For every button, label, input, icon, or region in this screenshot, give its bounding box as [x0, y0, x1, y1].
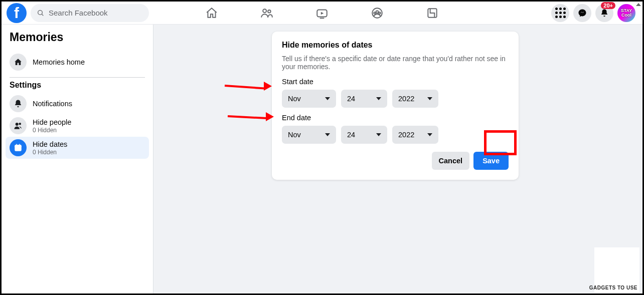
svg-point-11 [16, 123, 19, 126]
sidebar: Memories Memories home Settings Notifica… [2, 25, 153, 293]
nav-friends[interactable] [257, 3, 277, 23]
center-nav [202, 3, 442, 23]
svg-point-8 [374, 12, 376, 14]
sidebar-item-hide-dates[interactable]: Hide dates 0 Hidden [6, 137, 149, 159]
gaming-icon [426, 7, 439, 20]
svg-point-9 [379, 12, 381, 14]
end-date-label: End date [282, 114, 509, 122]
search-input[interactable]: Search Facebook [31, 4, 149, 22]
end-date-row: Nov 24 2022 [282, 126, 509, 144]
start-date-label: Start date [282, 78, 509, 86]
groups-icon [371, 7, 384, 20]
messenger-button[interactable] [573, 4, 591, 22]
calendar-x-icon [10, 139, 27, 156]
scrollbar-up-icon[interactable] [636, 3, 641, 6]
card-title: Hide memories of dates [282, 41, 509, 50]
sidebar-item-home[interactable]: Memories home [6, 51, 149, 73]
sidebar-item-hide-people[interactable]: Hide people 0 Hidden [6, 115, 149, 137]
start-month-select[interactable]: Nov [282, 90, 336, 108]
search-icon [37, 9, 45, 17]
sidebar-item-notifications[interactable]: Notifications [6, 93, 149, 115]
sidebar-item-label: Hide people [33, 118, 71, 126]
friends-icon [260, 7, 273, 20]
nav-home[interactable] [202, 3, 222, 23]
card-actions: Cancel Save [282, 152, 509, 170]
home-icon [10, 54, 27, 71]
sidebar-item-label: Notifications [33, 100, 72, 108]
save-button[interactable]: Save [473, 152, 509, 170]
end-day-select[interactable]: 24 [341, 126, 387, 144]
page-title: Memories [10, 31, 145, 44]
messenger-icon [578, 9, 587, 18]
svg-point-0 [38, 10, 43, 15]
right-controls: 20+ STAY Cool [551, 4, 635, 22]
chevron-down-icon [376, 133, 381, 136]
end-year-select[interactable]: 2022 [392, 126, 438, 144]
nav-gaming[interactable] [422, 3, 442, 23]
hide-dates-card: Hide memories of dates Tell us if there'… [272, 32, 519, 180]
nav-watch[interactable] [312, 3, 332, 23]
nav-groups[interactable] [367, 3, 387, 23]
cancel-button[interactable]: Cancel [432, 152, 470, 170]
sidebar-item-sub: 0 Hidden [33, 127, 71, 134]
home-icon [205, 7, 218, 20]
chevron-down-icon [376, 97, 381, 100]
svg-point-7 [376, 11, 379, 13]
menu-icon [555, 8, 566, 18]
card-description: Tell us if there's a specific date or da… [282, 55, 509, 71]
menu-button[interactable] [551, 4, 569, 22]
top-bar: f Search Facebook 20+ STAY C [2, 2, 642, 25]
settings-heading: Settings [10, 81, 145, 90]
chevron-down-icon [325, 97, 330, 100]
watermark: GADGETS TO USE [589, 285, 637, 290]
start-date-row: Nov 24 2022 [282, 90, 509, 108]
svg-point-3 [268, 10, 271, 13]
sidebar-item-sub: 0 Hidden [33, 149, 67, 156]
chevron-down-icon [325, 133, 330, 136]
watch-icon [315, 7, 329, 20]
sidebar-item-label: Hide dates [33, 140, 67, 148]
search-placeholder: Search Facebook [49, 9, 108, 17]
end-month-select[interactable]: Nov [282, 126, 336, 144]
start-year-select[interactable]: 2022 [392, 90, 438, 108]
svg-line-1 [42, 14, 43, 16]
sidebar-item-label: Memories home [33, 58, 85, 66]
people-icon [10, 117, 27, 134]
chevron-down-icon [427, 133, 432, 136]
svg-rect-13 [15, 145, 22, 151]
bell-icon [600, 9, 609, 18]
start-day-select[interactable]: 24 [341, 90, 387, 108]
chevron-down-icon [427, 97, 432, 100]
bell-icon [10, 95, 27, 112]
svg-point-12 [19, 123, 22, 125]
avatar[interactable]: STAY Cool [617, 4, 635, 22]
facebook-logo[interactable]: f [7, 3, 27, 23]
svg-point-2 [263, 9, 266, 13]
notifications-badge: 20+ [601, 2, 615, 9]
notifications-button[interactable]: 20+ [595, 4, 613, 22]
divider [10, 77, 145, 78]
